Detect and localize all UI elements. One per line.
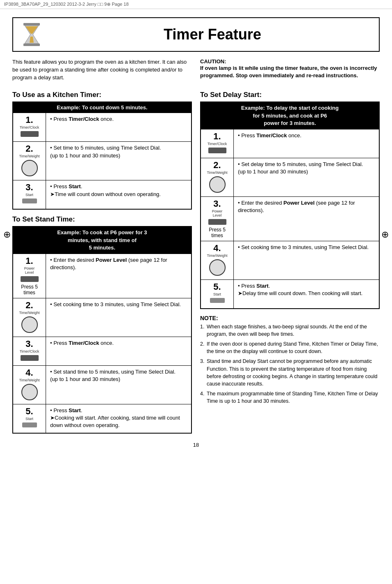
stand-time-example-header: Example: To cook at P6 power for 3minute… xyxy=(13,227,191,254)
two-col-layout: To Use as a Kitchen Timer: Example: To c… xyxy=(12,91,380,434)
timer-clock-button-icon xyxy=(21,131,39,138)
time-weight-dial-icon xyxy=(209,176,226,194)
step-label: Start xyxy=(25,193,33,197)
step-num-col: 3. Timer/Clock xyxy=(13,337,46,365)
step-num-col: 1. Timer/Clock xyxy=(13,113,46,141)
step-content: • Press Timer/Clock once. xyxy=(234,129,379,158)
notes-section: NOTE: When each stage finishes, a two-be… xyxy=(200,315,380,405)
stand-time-heading: To Set Stand Time: xyxy=(12,215,192,224)
svg-rect-1 xyxy=(23,44,40,46)
kitchen-timer-step-3: 3. Start • Press Start.➤Time will count … xyxy=(13,180,191,209)
step-label: Time/Weight xyxy=(207,171,227,175)
caution-body: If oven lamp is lit while using the time… xyxy=(200,65,380,79)
kitchen-timer-section: To Use as a Kitchen Timer: Example: To c… xyxy=(12,91,192,210)
time-weight-dial-icon xyxy=(209,259,226,277)
step-label: Timer/Clock xyxy=(208,142,227,146)
delay-start-example-header: Example: To delay the start of cookingfo… xyxy=(201,102,379,129)
step-content: • Enter the desired Power Level (see pag… xyxy=(46,254,191,298)
step-num-col: 4. Time/Weight xyxy=(13,366,46,404)
step-number: 3. xyxy=(25,339,33,349)
step-number: 3. xyxy=(25,183,33,192)
step-label: Timer/Clock xyxy=(20,349,39,353)
step-label: PowerLevel xyxy=(212,209,223,217)
delay-start-table: Example: To delay the start of cookingfo… xyxy=(200,102,380,309)
kitchen-timer-step-1: 1. Timer/Clock • Press Timer/Clock once. xyxy=(13,113,191,141)
right-nav-arrow[interactable]: ⊕ xyxy=(381,229,389,240)
step-content: • Set delay time to 5 minutes, using Tim… xyxy=(234,158,379,196)
page-content: Timer Feature This feature allows you to… xyxy=(0,9,392,460)
step-number: 5. xyxy=(213,282,221,291)
delay-start-step-5: 5. Start • Press Start.➤Delay time will … xyxy=(201,279,379,308)
step-number: 5. xyxy=(25,407,33,416)
intro-text: This feature allows you to program the o… xyxy=(12,58,192,82)
kitchen-timer-step-2: 2. Time/Weight • Set time to 5 minutes, … xyxy=(13,141,191,180)
kitchen-timer-example-header: Example: To count down 5 minutes. xyxy=(13,102,191,113)
step-label: Start xyxy=(213,292,221,296)
step-number: 3. xyxy=(213,199,221,208)
start-button-icon xyxy=(22,422,37,429)
time-weight-dial-icon xyxy=(21,316,38,334)
right-column: To Set Delay Start: Example: To delay th… xyxy=(200,91,380,434)
header-text: IP3898_3BA70AP_29_120302 2012-3-2 Jerry … xyxy=(4,2,129,7)
notes-list: When each stage finishes, a two-beep sig… xyxy=(200,323,380,405)
step-num-col: 2. Time/Weight xyxy=(13,142,46,180)
left-nav-arrow[interactable]: ⊕ xyxy=(3,229,11,240)
notes-title: NOTE: xyxy=(200,315,380,321)
stand-time-step-3: 3. Timer/Clock • Press Timer/Clock once. xyxy=(13,337,191,365)
delay-start-step-4: 4. Time/Weight • Set cooking time to 3 m… xyxy=(201,241,379,279)
step-content: • Set stand time to 5 minutes, using Tim… xyxy=(46,366,191,404)
power-level-button-icon xyxy=(208,219,226,226)
start-button-icon xyxy=(22,199,37,205)
stand-time-table: Example: To cook at P6 power for 3minute… xyxy=(12,226,192,434)
kitchen-timer-heading: To Use as a Kitchen Timer: xyxy=(12,91,192,99)
time-weight-dial-icon xyxy=(21,384,38,402)
step-content: • Set cooking time to 3 minutes, using T… xyxy=(234,241,379,279)
page-title: Timer Feature xyxy=(54,26,371,43)
step-content: • Press Timer/Clock once. xyxy=(46,337,191,365)
step-label: Time/Weight xyxy=(207,254,227,258)
stand-time-step-1: 1. PowerLevel Press 5 times • Enter the … xyxy=(13,254,191,298)
step-num-col: 5. Start xyxy=(201,280,234,308)
note-item-2: If the oven door is opened during Stand … xyxy=(200,340,380,355)
press-note: Press 5 times xyxy=(204,227,230,238)
delay-start-section: To Set Delay Start: Example: To delay th… xyxy=(200,91,380,309)
step-num-col: 2. Time/Weight xyxy=(13,298,46,337)
step-number: 1. xyxy=(213,132,221,141)
step-num-col: 4. Time/Weight xyxy=(201,241,234,279)
step-content: • Set cooking time to 3 minutes, using T… xyxy=(46,298,191,337)
power-level-button-icon xyxy=(21,276,39,283)
step-content: • Press Start.➤Time will count down with… xyxy=(46,180,191,209)
stand-time-step-5: 5. Start • Press Start.➤Cooking will sta… xyxy=(13,404,191,433)
page-number: 18 xyxy=(12,442,380,448)
hourglass-icon xyxy=(21,22,46,47)
svg-rect-0 xyxy=(23,23,40,25)
press-note: Press 5 times xyxy=(16,284,42,295)
step-num-col: 2. Time/Weight xyxy=(201,158,234,196)
step-content: • Press Timer/Clock once. xyxy=(46,113,191,141)
step-label: Time/Weight xyxy=(19,378,39,382)
step-content: • Enter the desired Power Level (see pag… xyxy=(234,197,379,241)
caution-title: CAUTION: xyxy=(200,58,380,65)
step-num-col: 3. PowerLevel Press 5 times xyxy=(201,197,234,241)
note-item-4: The maximum programmable time of Standin… xyxy=(200,390,380,405)
note-item-1: When each stage finishes, a two-beep sig… xyxy=(200,323,380,338)
step-number: 2. xyxy=(25,301,33,310)
timer-clock-button-icon xyxy=(208,148,226,155)
step-label: Timer/Clock xyxy=(20,125,39,129)
start-button-icon xyxy=(210,298,225,304)
step-number: 4. xyxy=(25,368,33,377)
note-item-3: Stand time and Delay Start cannot be pro… xyxy=(200,358,380,388)
step-content: • Press Start.➤Delay time will count dow… xyxy=(234,280,379,308)
step-number: 2. xyxy=(25,144,33,153)
header-bar: IP3898_3BA70AP_29_120302 2012-3-2 Jerry … xyxy=(0,0,392,9)
stand-time-section: To Set Stand Time: Example: To cook at P… xyxy=(12,215,192,434)
step-num-col: 1. PowerLevel Press 5 times xyxy=(13,254,46,298)
stand-time-step-4: 4. Time/Weight • Set stand time to 5 min… xyxy=(13,365,191,404)
delay-start-step-2: 2. Time/Weight • Set delay time to 5 min… xyxy=(201,158,379,196)
step-content: • Press Start.➤Cooking will start. After… xyxy=(46,404,191,433)
step-num-col: 1. Timer/Clock xyxy=(201,129,234,158)
step-number: 2. xyxy=(213,161,221,170)
delay-start-heading: To Set Delay Start: xyxy=(200,91,380,99)
caution-box: CAUTION: If oven lamp is lit while using… xyxy=(200,58,380,79)
time-weight-dial-icon xyxy=(21,160,38,178)
